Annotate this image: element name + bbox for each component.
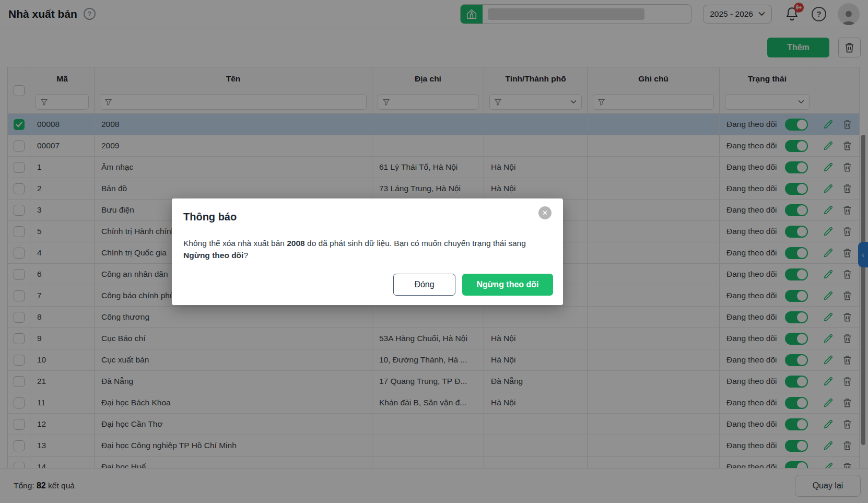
close-icon[interactable]: ✕ xyxy=(538,206,552,219)
modal-title: Thông báo xyxy=(183,211,552,223)
notification-modal: ✕ Thông báo Không thể xóa nhà xuất bản 2… xyxy=(172,198,563,305)
modal-message: Không thể xóa nhà xuất bản 2008 do đã ph… xyxy=(183,237,529,261)
modal-confirm-button[interactable]: Ngừng theo dõi xyxy=(462,274,553,296)
modal-close-button[interactable]: Đóng xyxy=(393,274,455,296)
